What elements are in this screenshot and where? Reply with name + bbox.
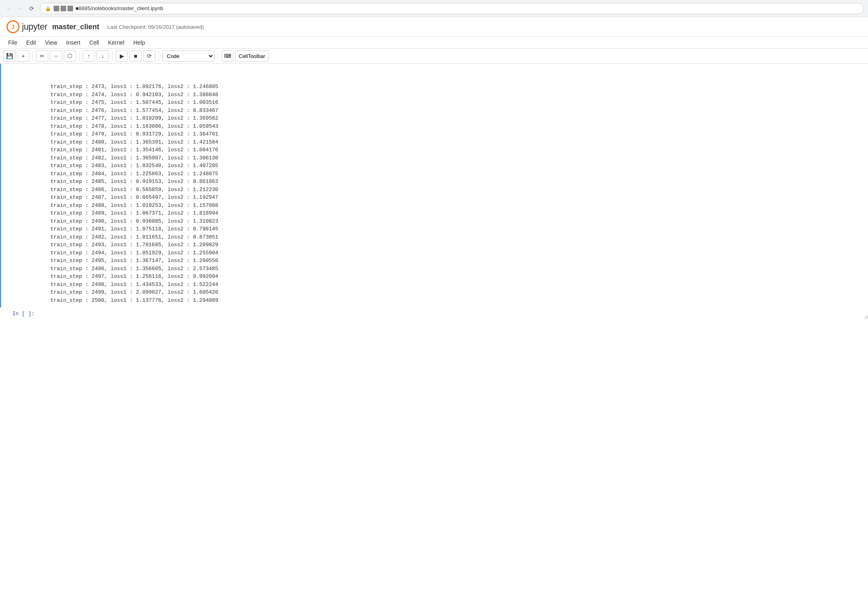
output-line: train_step : 2480, loss1 : 1.365391, los… — [38, 138, 868, 146]
url-text: ■8885/notebooks/master_client.ipynb — [76, 5, 859, 11]
nav-buttons: ← → ⟳ — [4, 4, 37, 13]
output-line: train_step : 2492, loss1 : 1.011651, los… — [38, 233, 868, 241]
output-line: train_step : 2487, loss1 : 0.865497, los… — [38, 193, 868, 202]
toolbar: 💾 + ✂ ⎓ ⎔ ↑ ↓ ▶ ■ ⟳ Code Markdown Raw NB… — [0, 49, 868, 64]
output-line: train_step : 2482, loss1 : 1.365007, los… — [38, 154, 868, 162]
output-line: train_step : 2490, loss1 : 0.936085, los… — [38, 217, 868, 226]
interrupt-button[interactable]: ■ — [130, 50, 142, 62]
output-line: train_step : 2475, loss1 : 1.507445, los… — [38, 99, 868, 107]
output-line: train_step : 2481, loss1 : 1.354146, los… — [38, 146, 868, 154]
output-line: train_step : 2484, loss1 : 1.225863, los… — [38, 170, 868, 178]
run-button[interactable]: ▶ — [116, 50, 128, 62]
output-line: train_step : 2499, loss1 : 2.099027, los… — [38, 288, 868, 297]
add-cell-button[interactable]: + — [17, 50, 29, 62]
notebook-content: train_step : 2473, loss1 : 1.092176, los… — [0, 64, 868, 322]
back-button[interactable]: ← — [4, 4, 14, 13]
restart-button[interactable]: ⟳ — [143, 50, 155, 62]
output-line: train_step : 2491, loss1 : 1.075118, los… — [38, 225, 868, 233]
output-line: train_step : 2500, loss1 : 1.137776, los… — [38, 297, 868, 305]
toolbar-separator-2 — [79, 51, 80, 61]
save-button[interactable]: 💾 — [3, 50, 15, 62]
output-line: train_step : 2479, loss1 : 0.931729, los… — [38, 130, 868, 138]
cell-input-textarea[interactable] — [38, 309, 868, 319]
favicon-dot-3 — [67, 6, 73, 11]
output-line: train_step : 2495, loss1 : 1.367147, los… — [38, 257, 868, 265]
empty-cell-input-area[interactable] — [38, 309, 868, 320]
toolbar-separator-1 — [32, 51, 33, 61]
output-line: train_step : 2496, loss1 : 1.356605, los… — [38, 265, 868, 273]
output-line: train_step : 2488, loss1 : 1.019253, los… — [38, 202, 868, 210]
output-line: train_step : 2497, loss1 : 1.256116, los… — [38, 273, 868, 281]
move-down-button[interactable]: ↓ — [97, 50, 109, 62]
output-line: train_step : 2489, loss1 : 1.067371, los… — [38, 209, 868, 217]
jupyter-header: J jupyter master_client Last Checkpoint:… — [0, 17, 868, 37]
toolbar-separator-4 — [159, 51, 159, 61]
copy-button[interactable]: ⎓ — [50, 50, 62, 62]
cut-button[interactable]: ✂ — [36, 50, 48, 62]
jupyter-logo-icon: J — [6, 20, 19, 33]
cell-type-select[interactable]: Code Markdown Raw NBConvert — [162, 50, 214, 62]
output-line: train_step : 2474, loss1 : 0.942103, los… — [38, 91, 868, 99]
menu-help[interactable]: Help — [129, 38, 149, 47]
training-output: train_step : 2473, loss1 : 1.092176, los… — [38, 65, 868, 306]
output-line: train_step : 2476, loss1 : 1.577454, los… — [38, 107, 868, 115]
jupyter-logo: J jupyter — [6, 20, 48, 33]
output-line: train_step : 2494, loss1 : 1.051929, los… — [38, 249, 868, 257]
output-line: train_step : 2473, loss1 : 1.092176, los… — [38, 83, 868, 91]
keyboard-shortcuts-button[interactable]: ⌨ — [221, 50, 233, 62]
empty-cell-prompt: In [ ]: — [1, 309, 38, 320]
notebook-title[interactable]: master_client — [52, 23, 99, 31]
address-bar[interactable]: 🔒 ■8885/notebooks/master_client.ipynb — [40, 3, 864, 14]
menu-edit[interactable]: Edit — [22, 38, 40, 47]
output-line: train_step : 2498, loss1 : 1.434533, los… — [38, 281, 868, 289]
cell-prompt-output — [1, 65, 38, 306]
forward-button[interactable]: → — [15, 4, 25, 13]
cell-toolbar-button[interactable]: CellToolbar — [235, 50, 269, 62]
move-up-button[interactable]: ↑ — [83, 50, 95, 62]
empty-cell: In [ ]: — [0, 307, 868, 322]
output-line: train_step : 2493, loss1 : 1.701685, los… — [38, 241, 868, 249]
favicon-dot-1 — [54, 6, 59, 11]
output-line: train_step : 2477, loss1 : 1.010209, los… — [38, 114, 868, 123]
menu-kernel[interactable]: Kernel — [104, 38, 128, 47]
output-line: train_step : 2485, loss1 : 0.919153, los… — [38, 178, 868, 186]
output-line: train_step : 2486, loss1 : 0.565859, los… — [38, 186, 868, 194]
menu-cell[interactable]: Cell — [85, 38, 103, 47]
output-line: train_step : 2478, loss1 : 1.163006, los… — [38, 123, 868, 131]
browser-bar: ← → ⟳ 🔒 ■8885/notebooks/master_client.ip… — [0, 0, 868, 17]
toolbar-separator-5 — [218, 51, 218, 61]
favicon-group — [54, 6, 73, 11]
refresh-button[interactable]: ⟳ — [27, 4, 37, 13]
output-line: train_step : 2483, loss1 : 1.832540, los… — [38, 162, 868, 170]
cell-output-content: train_step : 2473, loss1 : 1.092176, los… — [38, 65, 868, 306]
jupyter-logo-text: jupyter — [22, 21, 48, 32]
menu-bar: File Edit View Insert Cell Kernel Help — [0, 37, 868, 49]
lock-icon: 🔒 — [45, 6, 51, 11]
paste-button[interactable]: ⎔ — [64, 50, 76, 62]
checkpoint-info: Last Checkpoint: 09/16/2017 (autosaved) — [108, 24, 204, 30]
menu-insert[interactable]: Insert — [62, 38, 84, 47]
menu-file[interactable]: File — [4, 38, 22, 47]
output-cell: train_step : 2473, loss1 : 1.092176, los… — [0, 64, 868, 307]
menu-view[interactable]: View — [41, 38, 61, 47]
favicon-dot-2 — [60, 6, 66, 11]
toolbar-separator-3 — [112, 51, 112, 61]
